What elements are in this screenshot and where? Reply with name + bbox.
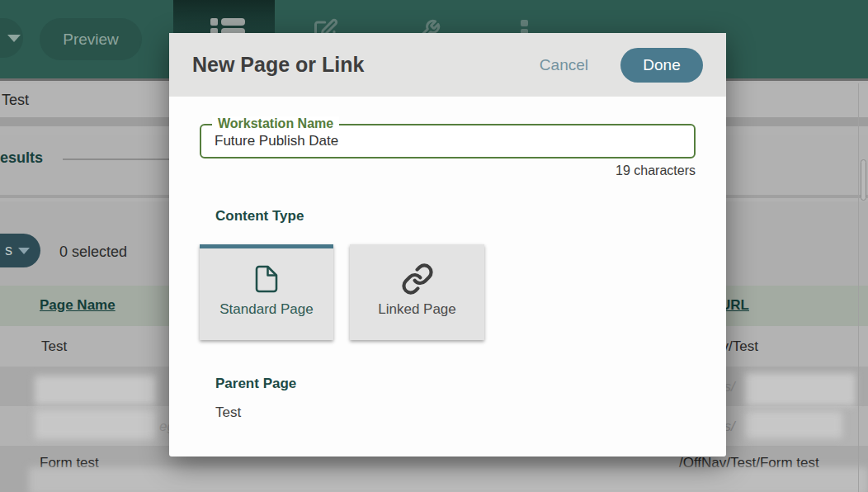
preview-button[interactable]: Preview — [40, 18, 142, 60]
chevron-down-icon — [7, 35, 21, 42]
redacted-cell — [745, 373, 856, 406]
link-icon — [401, 260, 434, 298]
parent-page-label: Parent Page — [215, 376, 296, 392]
redacted-cell — [35, 376, 156, 405]
content-type-option-label: Linked Page — [378, 301, 456, 318]
dialog-title: New Page or Link — [192, 53, 540, 77]
scrollbar-track — [858, 83, 859, 492]
app-screen: Preview Test esults — [0, 0, 868, 492]
selected-count: 0 selected — [59, 244, 127, 261]
parent-page-value: Test — [215, 404, 241, 421]
results-section-title: esults — [0, 149, 43, 167]
preview-button-label: Preview — [63, 31, 119, 49]
redacted-cell — [745, 411, 842, 438]
done-button[interactable]: Done — [620, 48, 703, 83]
page-name-cell: Test — [41, 338, 67, 355]
content-type-option-linked-page[interactable]: Linked Page — [350, 244, 484, 340]
selected-indicator — [200, 244, 333, 248]
chevron-down-icon — [18, 248, 30, 254]
breadcrumb-label: Test — [2, 92, 29, 109]
workstation-name-field: Workstation Name — [200, 124, 696, 158]
cancel-button[interactable]: Cancel — [540, 56, 588, 74]
content-type-option-label: Standard Page — [219, 301, 313, 318]
actions-dropdown-button[interactable]: s — [0, 234, 40, 267]
content-type-option-standard-page[interactable]: Standard Page — [200, 244, 333, 340]
redacted-row — [29, 467, 868, 492]
new-page-or-link-dialog: New Page or Link Cancel Done Workstation… — [169, 33, 726, 457]
character-counter: 19 characters — [616, 163, 696, 178]
redacted-cell — [35, 409, 156, 439]
unselected-indicator — [350, 244, 484, 248]
version-dropdown-button[interactable] — [0, 18, 23, 58]
workstation-name-label: Workstation Name — [212, 116, 339, 131]
scrollbar-thumb[interactable] — [861, 159, 866, 201]
content-type-label: Content Type — [215, 208, 304, 225]
dialog-header: New Page or Link Cancel Done — [169, 33, 726, 97]
document-icon — [252, 260, 281, 298]
actions-button-label: s — [5, 242, 12, 259]
column-header-page-name[interactable]: Page Name — [40, 297, 116, 314]
section-divider — [63, 158, 170, 160]
